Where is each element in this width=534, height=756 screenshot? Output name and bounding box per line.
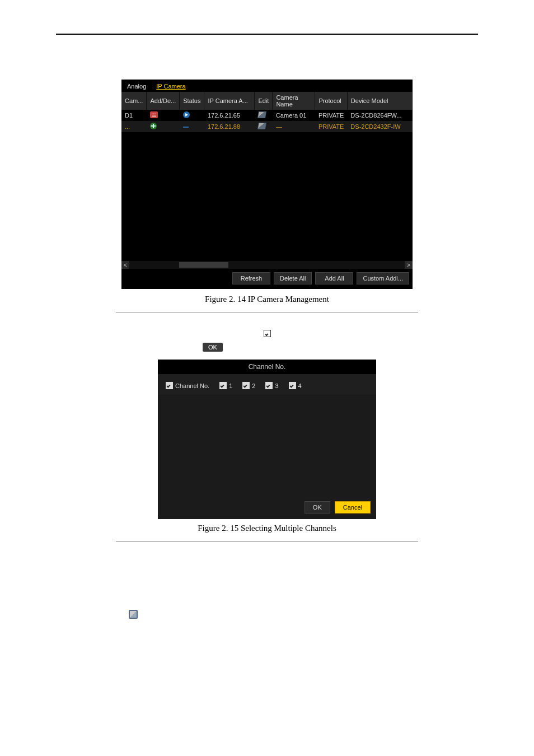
cell-cam: ... bbox=[121, 121, 147, 132]
table-row[interactable]: D1 172.6.21.65 Camera 01 PRIVATE DS-2CD8… bbox=[121, 110, 413, 121]
cell-name: Camera 01 bbox=[273, 110, 315, 121]
tab-analog[interactable]: Analog bbox=[127, 83, 146, 90]
ip-camera-panel: Analog IP Camera Cam... Add/De... Status… bbox=[121, 80, 413, 289]
dialog-footer: OK Cancel bbox=[158, 496, 376, 519]
col-cam[interactable]: Cam... bbox=[121, 92, 147, 110]
cell-name: — bbox=[273, 121, 315, 132]
col-device-model[interactable]: Device Model bbox=[347, 92, 412, 110]
refresh-button[interactable]: Refresh bbox=[232, 272, 270, 284]
channel-checkbox-3[interactable]: 3 bbox=[265, 382, 278, 389]
col-camera-name[interactable]: Camera Name bbox=[273, 92, 315, 110]
scroll-track[interactable] bbox=[129, 261, 405, 269]
figure-caption-2: Figure 2. 15 Selecting Multiple Channels bbox=[56, 524, 478, 533]
tab-ip-camera[interactable]: IP Camera bbox=[156, 83, 185, 90]
cell-ip: 172.6.21.65 bbox=[204, 110, 255, 121]
add-icon[interactable] bbox=[150, 123, 157, 129]
ok-tag: OK bbox=[203, 343, 223, 352]
edit-icon[interactable] bbox=[257, 111, 266, 118]
cell-proto: PRIVATE bbox=[315, 110, 347, 121]
channel-checkbox-1[interactable]: 1 bbox=[219, 382, 232, 389]
cell-ip: 172.6.21.88 bbox=[204, 121, 255, 132]
channel-checkbox-2[interactable]: 2 bbox=[242, 382, 255, 389]
col-protocol[interactable]: Protocol bbox=[315, 92, 347, 110]
note-edit-icon bbox=[129, 610, 138, 619]
cell-model: DS-2CD8264FW... bbox=[347, 110, 412, 121]
divider bbox=[116, 312, 418, 312]
edit-icon[interactable] bbox=[257, 123, 266, 129]
checkbox-icon[interactable] bbox=[289, 382, 296, 389]
cell-model: DS-2CD2432F-IW bbox=[347, 121, 412, 132]
channel-dialog: Channel No. Channel No. 1 2 3 4 OK Cance… bbox=[158, 360, 376, 519]
col-status[interactable]: Status bbox=[180, 92, 204, 110]
camera-table: Cam... Add/De... Status IP Camera A... E… bbox=[121, 92, 413, 132]
cancel-button[interactable]: Cancel bbox=[335, 501, 371, 514]
checkbox-icon[interactable] bbox=[265, 382, 273, 389]
button-row: Refresh Delete All Add All Custom Addi..… bbox=[121, 269, 413, 289]
col-ip[interactable]: IP Camera A... bbox=[204, 92, 255, 110]
checkbox-icon[interactable] bbox=[219, 382, 227, 389]
delete-all-button[interactable]: Delete All bbox=[274, 272, 312, 284]
custom-add-button[interactable]: Custom Addi... bbox=[357, 272, 409, 284]
cell-cam: D1 bbox=[121, 110, 147, 121]
divider bbox=[116, 541, 418, 542]
horizontal-scrollbar[interactable]: < > bbox=[121, 261, 413, 269]
channel-checkbox-4[interactable]: 4 bbox=[289, 382, 302, 389]
channel-master-checkbox[interactable]: Channel No. bbox=[166, 382, 209, 389]
status-dash-icon bbox=[183, 127, 189, 128]
table-empty-area bbox=[121, 132, 413, 261]
add-all-button[interactable]: Add All bbox=[315, 272, 353, 284]
checkbox-icon[interactable] bbox=[242, 382, 250, 389]
page-top-rule bbox=[56, 34, 478, 35]
dialog-title: Channel No. bbox=[158, 360, 376, 374]
channel-row: Channel No. 1 2 3 4 bbox=[158, 374, 376, 395]
dialog-body bbox=[158, 395, 376, 496]
delete-icon[interactable] bbox=[150, 111, 158, 118]
checkbox-icon[interactable] bbox=[166, 382, 173, 389]
checkbox-icon bbox=[264, 330, 271, 337]
figure-caption-1: Figure 2. 14 IP Camera Management bbox=[56, 295, 478, 304]
cell-proto: PRIVATE bbox=[315, 121, 347, 132]
status-play-icon[interactable] bbox=[183, 111, 190, 118]
scroll-left-icon[interactable]: < bbox=[121, 261, 129, 269]
channel-label: Channel No. bbox=[175, 382, 209, 389]
scroll-right-icon[interactable]: > bbox=[405, 261, 413, 269]
col-add-delete[interactable]: Add/De... bbox=[147, 92, 180, 110]
tab-bar: Analog IP Camera bbox=[121, 80, 413, 92]
ok-button[interactable]: OK bbox=[305, 501, 330, 514]
scroll-thumb[interactable] bbox=[179, 262, 229, 268]
col-edit[interactable]: Edit bbox=[255, 92, 273, 110]
table-row[interactable]: ... 172.6.21.88 — PRIVATE DS-2CD2432F-IW bbox=[121, 121, 413, 132]
